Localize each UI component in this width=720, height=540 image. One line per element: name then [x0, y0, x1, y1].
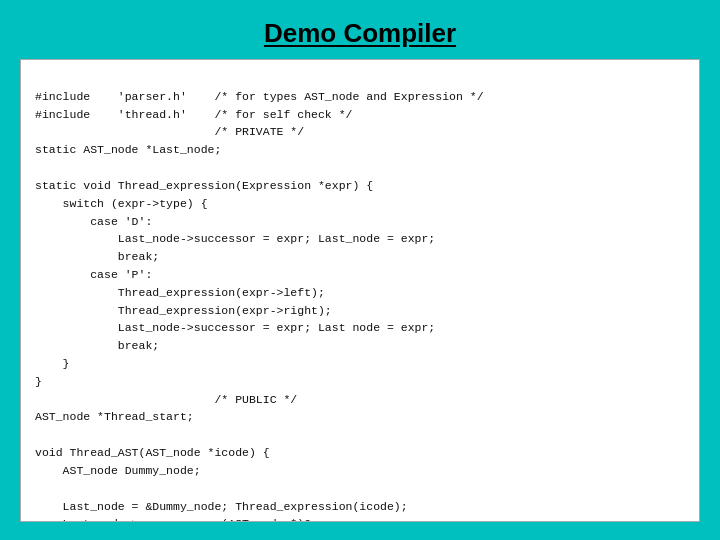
code-block: #include 'parser.h' /* for types AST_nod…: [20, 59, 700, 522]
page-title: Demo Compiler: [264, 18, 456, 48]
code-content: #include 'parser.h' /* for types AST_nod…: [35, 90, 484, 522]
title-container: Demo Compiler: [20, 18, 700, 49]
